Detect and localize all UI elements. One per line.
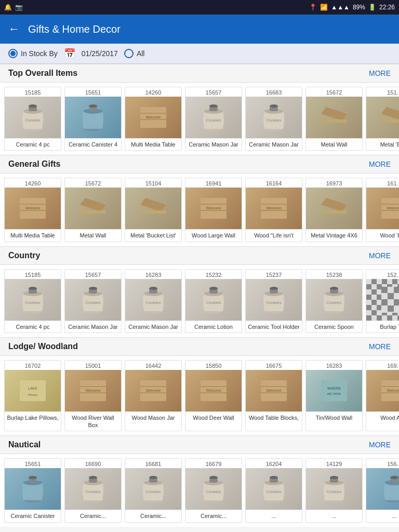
in-stock-radio[interactable] (8, 49, 18, 58)
svg-text:Cookies: Cookies (327, 300, 342, 305)
product-id: 16442 (125, 361, 181, 370)
back-button[interactable]: ← (8, 22, 20, 36)
product-card[interactable]: 16681 Cookies Ceramic... (125, 458, 182, 522)
svg-text:Pillows: Pillows (28, 393, 38, 396)
product-card[interactable]: 16941 Welcome Wood Large Wall (185, 178, 242, 242)
product-card[interactable]: 15672 Metal Wall (305, 87, 363, 151)
product-id: 152... (366, 270, 399, 279)
product-name: Ceramic Mason Jar (185, 138, 242, 150)
product-card[interactable]: 152... Burlap Ta... (366, 269, 399, 333)
status-left: 🔔 📷 (4, 4, 23, 11)
product-name: Ceramic... (65, 510, 121, 522)
product-card[interactable]: 16204 Cookies ... (245, 458, 302, 522)
product-card[interactable]: 15185 Cookies Ceramic 4 pc (4, 87, 61, 151)
product-id: 15657 (185, 87, 242, 97)
product-id: 15185 (5, 270, 61, 279)
product-card[interactable]: 16164 Welcome Wood "Life isn't (245, 178, 302, 242)
more-button-country[interactable]: MORE (369, 251, 391, 260)
svg-rect-25 (321, 119, 347, 123)
wifi-icon: 📶 (320, 4, 328, 11)
more-button-lodge-woodland[interactable]: MORE (369, 342, 391, 351)
svg-text:Welcome: Welcome (206, 206, 221, 210)
more-button-top-overall[interactable]: MORE (369, 69, 391, 77)
product-card[interactable]: 161... Welcome Wood 'Lo... (366, 178, 399, 242)
product-card[interactable]: 15238 Cookies Ceramic Spoon (305, 269, 363, 333)
products-row-general-gifts: 14260 Welcome Multi Media Table15672 Met… (0, 174, 399, 246)
section-header-general-gifts: General GiftsMORE (0, 155, 399, 174)
svg-rect-87 (388, 293, 394, 299)
product-card[interactable]: 15850 Welcome Wood Deer Wall (185, 360, 242, 432)
product-card[interactable]: 16679 Cookies Ceramic... (185, 458, 242, 522)
product-card[interactable]: 15104 Metal 'Bucket List' (125, 178, 182, 242)
product-name: Ceramic Canister 4 (65, 138, 121, 150)
all-radio-group[interactable]: All (124, 49, 145, 58)
product-name: Ceramic... (185, 510, 242, 522)
svg-point-122 (29, 476, 37, 479)
product-card[interactable]: 15651 Ceramic Canister (4, 458, 61, 522)
product-card[interactable]: 15001 Welcome Wood River Wall Box (64, 360, 122, 432)
product-image: Cookies (65, 468, 121, 510)
product-image (125, 188, 181, 229)
product-card[interactable]: 16283 WHERE WE PARK Tin/Wood Wall (305, 360, 363, 432)
product-card[interactable]: 16702 LAKE Pillows Burlap Lake Pillows, (4, 360, 61, 432)
product-id: 15657 (65, 270, 121, 279)
svg-point-141 (270, 476, 278, 479)
time: 22:26 (379, 4, 395, 11)
date-value[interactable]: 01/25/2017 (82, 49, 118, 58)
product-id: 16681 (125, 459, 181, 468)
product-id: 16164 (246, 178, 302, 188)
product-card[interactable]: 14260 Welcome Multi Media Table (4, 178, 61, 242)
product-card[interactable]: 15237 Cookies Ceramic Tool Holder (245, 269, 302, 333)
product-card[interactable]: 14129 Cookies ... (305, 458, 363, 522)
product-card[interactable]: 14260 Welcome Multi Media Table (125, 87, 182, 151)
svg-text:Cookies: Cookies (25, 118, 41, 123)
section-header-lodge-woodland: Lodge/ WoodlandMORE (0, 337, 399, 356)
svg-point-151 (390, 476, 398, 479)
product-card[interactable]: 15232 Cookies Ceramic Lotion (185, 269, 242, 333)
product-card[interactable]: 16442 Welcome Wood Mason Jar (125, 360, 182, 432)
product-card[interactable]: 169... Welcome Wood Ad... (366, 360, 399, 432)
section-top-overall: Top Overall ItemsMORE15185 Cookies Ceram… (0, 64, 399, 155)
svg-marker-37 (140, 198, 166, 211)
product-name: Wood Ad... (366, 411, 399, 423)
svg-rect-90 (394, 299, 399, 305)
product-card[interactable]: 16283 Cookies Ceramic Mason Jar (125, 269, 182, 333)
app-icon: 📷 (15, 4, 23, 11)
product-card[interactable]: 15657 Cookies Ceramic Mason Jar (185, 87, 242, 151)
product-card[interactable]: 16683 Cookies Ceramic Mason Jar (245, 87, 302, 151)
product-image: Welcome (246, 188, 302, 229)
product-card[interactable]: 15657 Cookies Ceramic Mason Jar (64, 269, 122, 333)
section-title-general-gifts: General Gifts (8, 159, 60, 169)
product-image: Cookies (246, 279, 302, 321)
product-name: Multi Media Table (125, 138, 181, 150)
product-name: Metal Wall (306, 138, 362, 150)
more-button-nautical[interactable]: MORE (369, 441, 391, 449)
product-id: 15001 (65, 361, 121, 370)
product-card[interactable]: 15651 Ceramic Canister 4 (64, 87, 122, 151)
product-card[interactable]: 151... Metal 'Bu... (366, 87, 399, 151)
product-id: 15104 (125, 178, 181, 188)
in-stock-label: In Stock By (21, 49, 58, 58)
product-card[interactable]: 15185 Cookies Ceramic 4 pc (4, 269, 61, 333)
product-name: Metal Wall (65, 229, 121, 241)
all-radio[interactable] (124, 49, 134, 58)
in-stock-radio-group[interactable]: In Stock By (8, 49, 58, 58)
svg-point-82 (330, 287, 338, 290)
product-image: Cookies (5, 279, 61, 321)
more-button-general-gifts[interactable]: MORE (369, 160, 391, 168)
product-id: 14260 (125, 87, 181, 97)
section-title-top-overall: Top Overall Items (8, 69, 77, 78)
product-card[interactable]: 16690 Cookies Ceramic... (64, 458, 122, 522)
svg-rect-28 (381, 119, 399, 123)
svg-text:Cookies: Cookies (86, 489, 101, 494)
svg-text:Welcome: Welcome (145, 389, 161, 392)
section-header-nautical: NauticalMORE (0, 435, 399, 454)
product-card[interactable]: 156... ... (366, 458, 399, 522)
product-card[interactable]: 16973 Metal Vintage 4X6 (305, 178, 363, 242)
product-card[interactable]: 15672 Metal Wall (64, 178, 122, 242)
product-card[interactable]: 16675 Welcome Wood Table Blocks, (245, 360, 302, 432)
product-image: Welcome (366, 370, 399, 411)
calendar-icon[interactable]: 📅 (64, 48, 75, 59)
product-id: 15850 (185, 361, 242, 370)
svg-text:Welcome: Welcome (25, 206, 40, 210)
